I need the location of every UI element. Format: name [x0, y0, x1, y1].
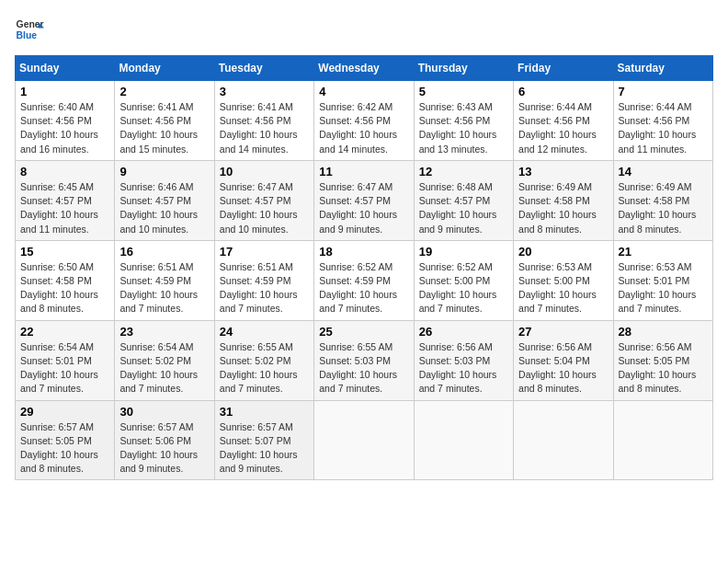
calendar-cell: 29Sunrise: 6:57 AM Sunset: 5:05 PM Dayli… — [16, 400, 115, 480]
day-detail: Sunrise: 6:41 AM Sunset: 4:56 PM Dayligh… — [220, 100, 309, 156]
day-number: 9 — [119, 165, 209, 178]
calendar-cell: 25Sunrise: 6:55 AM Sunset: 5:03 PM Dayli… — [314, 320, 414, 400]
day-number: 21 — [619, 245, 708, 259]
calendar-cell: 13Sunrise: 6:49 AM Sunset: 4:58 PM Dayli… — [514, 160, 613, 240]
day-detail: Sunrise: 6:52 AM Sunset: 4:59 PM Dayligh… — [319, 260, 408, 316]
calendar-cell — [613, 400, 712, 480]
calendar-cell: 26Sunrise: 6:56 AM Sunset: 5:03 PM Dayli… — [414, 320, 513, 400]
calendar-cell: 22Sunrise: 6:54 AM Sunset: 5:01 PM Dayli… — [16, 320, 115, 400]
weekday-header-friday: Friday — [514, 56, 613, 81]
day-detail: Sunrise: 6:56 AM Sunset: 5:05 PM Dayligh… — [619, 340, 708, 396]
day-number: 15 — [20, 245, 109, 259]
calendar-cell: 7Sunrise: 6:44 AM Sunset: 4:56 PM Daylig… — [613, 81, 712, 161]
day-number: 19 — [419, 245, 508, 259]
calendar-cell: 20Sunrise: 6:53 AM Sunset: 5:00 PM Dayli… — [514, 240, 613, 320]
week-row-2: 8Sunrise: 6:45 AM Sunset: 4:57 PM Daylig… — [16, 160, 713, 240]
page-header: General Blue — [15, 15, 713, 44]
calendar-cell: 5Sunrise: 6:43 AM Sunset: 4:56 PM Daylig… — [414, 81, 513, 161]
day-detail: Sunrise: 6:47 AM Sunset: 4:57 PM Dayligh… — [220, 180, 309, 236]
day-number: 23 — [119, 325, 209, 339]
week-row-1: 1Sunrise: 6:40 AM Sunset: 4:56 PM Daylig… — [16, 81, 713, 161]
day-number: 30 — [119, 405, 209, 419]
calendar-cell: 21Sunrise: 6:53 AM Sunset: 5:01 PM Dayli… — [613, 240, 712, 320]
calendar-cell: 30Sunrise: 6:57 AM Sunset: 5:06 PM Dayli… — [115, 400, 214, 480]
day-detail: Sunrise: 6:49 AM Sunset: 4:58 PM Dayligh… — [518, 180, 608, 236]
calendar-cell: 27Sunrise: 6:56 AM Sunset: 5:04 PM Dayli… — [514, 320, 613, 400]
day-number: 27 — [518, 325, 608, 339]
day-number: 22 — [20, 325, 109, 339]
day-detail: Sunrise: 6:50 AM Sunset: 4:58 PM Dayligh… — [20, 260, 109, 316]
calendar-cell: 15Sunrise: 6:50 AM Sunset: 4:58 PM Dayli… — [16, 240, 115, 320]
calendar-cell: 24Sunrise: 6:55 AM Sunset: 5:02 PM Dayli… — [214, 320, 313, 400]
day-detail: Sunrise: 6:55 AM Sunset: 5:03 PM Dayligh… — [319, 340, 408, 396]
weekday-header-monday: Monday — [115, 56, 214, 81]
day-number: 26 — [419, 325, 508, 339]
day-detail: Sunrise: 6:57 AM Sunset: 5:07 PM Dayligh… — [220, 420, 309, 477]
day-number: 1 — [20, 85, 109, 98]
calendar-cell: 6Sunrise: 6:44 AM Sunset: 4:56 PM Daylig… — [514, 81, 613, 161]
day-detail: Sunrise: 6:41 AM Sunset: 4:56 PM Dayligh… — [119, 100, 209, 156]
calendar-cell: 12Sunrise: 6:48 AM Sunset: 4:57 PM Dayli… — [414, 160, 513, 240]
calendar-cell: 17Sunrise: 6:51 AM Sunset: 4:59 PM Dayli… — [214, 240, 313, 320]
day-detail: Sunrise: 6:56 AM Sunset: 5:04 PM Dayligh… — [518, 340, 608, 396]
day-number: 14 — [619, 165, 708, 178]
day-detail: Sunrise: 6:44 AM Sunset: 4:56 PM Dayligh… — [518, 100, 608, 156]
day-number: 31 — [220, 405, 309, 419]
day-detail: Sunrise: 6:53 AM Sunset: 5:01 PM Dayligh… — [619, 260, 708, 316]
day-number: 7 — [619, 85, 708, 98]
day-number: 5 — [419, 85, 508, 98]
day-number: 24 — [220, 325, 309, 339]
weekday-header-tuesday: Tuesday — [214, 56, 313, 81]
week-row-3: 15Sunrise: 6:50 AM Sunset: 4:58 PM Dayli… — [16, 240, 713, 320]
day-number: 25 — [319, 325, 408, 339]
weekday-header-row: SundayMondayTuesdayWednesdayThursdayFrid… — [16, 56, 713, 81]
calendar-cell: 14Sunrise: 6:49 AM Sunset: 4:58 PM Dayli… — [613, 160, 712, 240]
weekday-header-thursday: Thursday — [414, 56, 513, 81]
day-detail: Sunrise: 6:46 AM Sunset: 4:57 PM Dayligh… — [119, 180, 209, 236]
calendar-cell: 11Sunrise: 6:47 AM Sunset: 4:57 PM Dayli… — [314, 160, 414, 240]
day-detail: Sunrise: 6:54 AM Sunset: 5:01 PM Dayligh… — [20, 340, 109, 396]
day-number: 20 — [518, 245, 608, 259]
day-number: 11 — [319, 165, 408, 178]
calendar-cell: 10Sunrise: 6:47 AM Sunset: 4:57 PM Dayli… — [214, 160, 313, 240]
calendar-cell: 2Sunrise: 6:41 AM Sunset: 4:56 PM Daylig… — [115, 81, 214, 161]
day-detail: Sunrise: 6:56 AM Sunset: 5:03 PM Dayligh… — [419, 340, 508, 396]
calendar-cell: 19Sunrise: 6:52 AM Sunset: 5:00 PM Dayli… — [414, 240, 513, 320]
calendar-table: SundayMondayTuesdayWednesdayThursdayFrid… — [15, 55, 713, 480]
weekday-header-wednesday: Wednesday — [314, 56, 414, 81]
day-detail: Sunrise: 6:51 AM Sunset: 4:59 PM Dayligh… — [220, 260, 309, 316]
day-detail: Sunrise: 6:57 AM Sunset: 5:05 PM Dayligh… — [20, 420, 109, 477]
day-number: 3 — [220, 85, 309, 98]
day-number: 18 — [319, 245, 408, 259]
day-detail: Sunrise: 6:40 AM Sunset: 4:56 PM Dayligh… — [20, 100, 109, 156]
calendar-cell: 3Sunrise: 6:41 AM Sunset: 4:56 PM Daylig… — [214, 81, 313, 161]
logo: General Blue — [15, 15, 48, 44]
day-detail: Sunrise: 6:52 AM Sunset: 5:00 PM Dayligh… — [419, 260, 508, 316]
day-number: 12 — [419, 165, 508, 178]
calendar-cell: 8Sunrise: 6:45 AM Sunset: 4:57 PM Daylig… — [16, 160, 115, 240]
calendar-cell: 28Sunrise: 6:56 AM Sunset: 5:05 PM Dayli… — [613, 320, 712, 400]
weekday-header-sunday: Sunday — [16, 56, 115, 81]
calendar-cell: 9Sunrise: 6:46 AM Sunset: 4:57 PM Daylig… — [115, 160, 214, 240]
day-detail: Sunrise: 6:49 AM Sunset: 4:58 PM Dayligh… — [619, 180, 708, 236]
svg-text:Blue: Blue — [17, 30, 38, 40]
calendar-cell: 18Sunrise: 6:52 AM Sunset: 4:59 PM Dayli… — [314, 240, 414, 320]
day-number: 16 — [119, 245, 209, 259]
day-detail: Sunrise: 6:44 AM Sunset: 4:56 PM Dayligh… — [619, 100, 708, 156]
day-detail: Sunrise: 6:54 AM Sunset: 5:02 PM Dayligh… — [119, 340, 209, 396]
day-detail: Sunrise: 6:48 AM Sunset: 4:57 PM Dayligh… — [419, 180, 508, 236]
day-number: 2 — [119, 85, 209, 98]
weekday-header-saturday: Saturday — [613, 56, 712, 81]
day-detail: Sunrise: 6:57 AM Sunset: 5:06 PM Dayligh… — [119, 420, 209, 477]
day-detail: Sunrise: 6:43 AM Sunset: 4:56 PM Dayligh… — [419, 100, 508, 156]
day-number: 10 — [220, 165, 309, 178]
day-number: 28 — [619, 325, 708, 339]
week-row-5: 29Sunrise: 6:57 AM Sunset: 5:05 PM Dayli… — [16, 400, 713, 480]
day-number: 17 — [220, 245, 309, 259]
day-number: 4 — [319, 85, 408, 98]
day-number: 29 — [20, 405, 109, 419]
calendar-cell: 31Sunrise: 6:57 AM Sunset: 5:07 PM Dayli… — [214, 400, 313, 480]
day-detail: Sunrise: 6:55 AM Sunset: 5:02 PM Dayligh… — [220, 340, 309, 396]
day-number: 8 — [20, 165, 109, 178]
day-number: 13 — [518, 165, 608, 178]
